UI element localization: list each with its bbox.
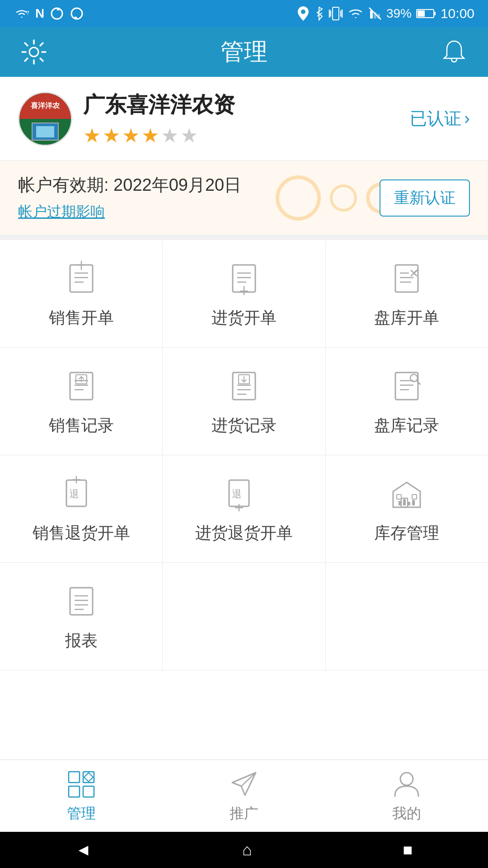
svg-rect-72 (412, 500, 415, 505)
purchase-return-label: 进货退货开单 (195, 522, 293, 544)
svg-rect-71 (408, 502, 410, 505)
star-1: ★ (83, 124, 101, 147)
battery-icon (416, 8, 436, 19)
profile-left: 喜洋洋农 广东喜洋洋农资 ★ ★ ★ ★ ★ ★ (18, 90, 235, 147)
n-icon: N (35, 6, 44, 21)
empty-cell-2 (163, 563, 325, 670)
svg-rect-4 (333, 7, 339, 20)
store-avatar: 喜洋洋农 (18, 92, 72, 146)
svg-text:退: 退 (232, 488, 242, 500)
android-back-button[interactable]: ◄ (75, 840, 92, 859)
svg-rect-29 (395, 265, 418, 292)
svg-rect-78 (69, 772, 80, 783)
star-3: ★ (122, 124, 140, 147)
purchase-order-label: 进货开单 (211, 307, 277, 329)
store-name: 广东喜洋洋农资 (83, 90, 235, 119)
svg-rect-69 (399, 501, 401, 505)
nav-mine-label: 我的 (392, 804, 421, 824)
inventory-order-label: 盘库开单 (374, 307, 439, 329)
svg-line-83 (241, 773, 256, 786)
profile-info: 广东喜洋洋农资 ★ ★ ★ ★ ★ ★ (83, 90, 235, 147)
empty-cell-3 (326, 563, 488, 670)
app-header: 管理 (0, 27, 488, 77)
svg-point-16 (29, 47, 38, 57)
notification-button[interactable] (438, 38, 470, 66)
report-label: 报表 (65, 630, 98, 652)
certified-label: 已认证 (410, 107, 461, 130)
svg-rect-68 (412, 495, 417, 499)
android-nav-bar: ◄ ⌂ ■ (0, 832, 488, 868)
sales-record-label: 销售记录 (49, 415, 114, 437)
grid-row-4: 报表 (0, 563, 488, 670)
inventory-order-button[interactable]: 盘库开单 (326, 240, 488, 347)
svg-point-3 (301, 9, 305, 14)
svg-rect-14 (418, 10, 425, 17)
svg-rect-10 (370, 10, 373, 19)
sales-record-button[interactable]: 销售记录 (0, 348, 163, 455)
vibrate-icon (328, 5, 343, 22)
sync2-icon (70, 6, 84, 21)
report-button[interactable]: 报表 (0, 563, 163, 670)
star-4: ★ (141, 124, 159, 147)
recertify-button[interactable]: 重新认证 (380, 179, 470, 217)
mine-nav-icon (391, 769, 422, 800)
sales-order-button[interactable]: 销售开单 (0, 240, 163, 347)
purchase-order-button[interactable]: 进货开单 (163, 240, 325, 347)
wifi2-icon (347, 7, 364, 20)
svg-rect-12 (377, 14, 380, 19)
grid-row-1: 销售开单 进货开单 (0, 240, 488, 348)
inventory-record-button[interactable]: 盘库记录 (326, 348, 488, 455)
svg-marker-82 (84, 773, 93, 782)
nav-promotion[interactable]: 推广 (163, 760, 325, 832)
nav-mine[interactable]: 我的 (325, 760, 488, 832)
status-left-icons: ? N (14, 6, 84, 21)
svg-rect-11 (374, 12, 376, 19)
sync-icon (50, 6, 64, 21)
inventory-order-icon (386, 258, 427, 299)
stock-management-button[interactable]: 库存管理 (326, 455, 488, 562)
inventory-record-label: 盘库记录 (374, 415, 439, 437)
star-5: ★ (161, 124, 178, 147)
star-2: ★ (103, 124, 120, 147)
svg-rect-15 (434, 12, 436, 15)
svg-rect-52 (395, 373, 418, 400)
status-right-icons: 39% 10:00 (297, 5, 474, 22)
purchase-record-button[interactable]: 进货记录 (163, 348, 325, 455)
svg-rect-67 (397, 495, 401, 499)
bluetooth-icon (314, 5, 324, 22)
purchase-return-icon: 退 (224, 473, 264, 514)
account-banner: 帐户有效期: 2022年09月20日 帐户过期影响 重新认证 (0, 161, 488, 240)
nav-management-label: 管理 (67, 804, 96, 824)
svg-text:?: ? (26, 10, 29, 16)
time-display: 10:00 (441, 6, 474, 21)
star-6: ★ (180, 124, 198, 147)
sales-order-icon (61, 258, 102, 299)
sales-order-label: 销售开单 (49, 307, 114, 329)
certified-button[interactable]: 已认证 › (410, 107, 470, 130)
location-icon (297, 5, 310, 22)
svg-point-84 (400, 773, 413, 785)
star-rating: ★ ★ ★ ★ ★ ★ (83, 124, 235, 147)
purchase-record-icon (224, 366, 264, 406)
status-bar: ? N (0, 0, 488, 27)
android-recent-button[interactable]: ■ (403, 840, 413, 859)
account-warning-link[interactable]: 帐户过期影响 (18, 202, 241, 222)
battery-percent: 39% (386, 6, 412, 21)
nav-management[interactable]: 管理 (0, 760, 163, 832)
no-data-icon (368, 7, 382, 20)
sales-record-icon (61, 366, 102, 406)
purchase-return-button[interactable]: 退 进货退货开单 (163, 455, 325, 562)
grid-menu: 销售开单 进货开单 (0, 240, 488, 760)
grid-row-2: 销售记录 进货记录 (0, 348, 488, 455)
android-home-button[interactable]: ⌂ (242, 840, 252, 859)
report-icon (61, 581, 102, 622)
stock-management-label: 库存管理 (374, 522, 439, 544)
account-info: 帐户有效期: 2022年09月20日 帐户过期影响 (18, 174, 241, 222)
svg-rect-81 (83, 786, 94, 797)
chevron-right-icon: › (464, 109, 470, 128)
svg-rect-80 (69, 786, 80, 797)
sales-return-button[interactable]: 退 销售退货开单 (0, 455, 163, 562)
settings-button[interactable] (18, 38, 50, 66)
management-nav-icon (66, 769, 97, 800)
nav-promotion-label: 推广 (230, 804, 258, 824)
